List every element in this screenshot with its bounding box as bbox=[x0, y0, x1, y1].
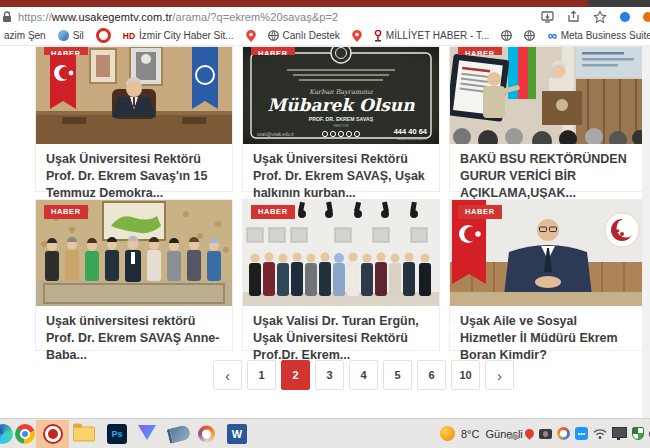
browser-frame-strip bbox=[0, 0, 650, 7]
bookmark-label: Sil bbox=[73, 30, 84, 41]
meta-infinity-icon: ∞ bbox=[547, 31, 556, 41]
photoshop-icon[interactable]: Ps bbox=[107, 424, 127, 444]
camera-tray-icon[interactable] bbox=[539, 429, 552, 439]
pagination-page-button-active[interactable]: 2 bbox=[281, 360, 310, 390]
card-title[interactable]: Uşak Üniversitesi Rektörü Prof. Dr. Ekre… bbox=[243, 144, 439, 202]
extension-orange-icon[interactable] bbox=[643, 12, 650, 22]
card-image[interactable]: HABER bbox=[243, 200, 439, 306]
conference-illustration bbox=[450, 47, 646, 144]
news-card[interactable]: HABER Uşak Valisi Dr. Turan Ergün, Uşak … bbox=[242, 199, 440, 351]
bayram-greeting-illustration: Kurban Bayramınız Mübarek Olsun PROF. DR… bbox=[243, 47, 439, 144]
pagination-page-button[interactable]: 6 bbox=[417, 360, 446, 390]
bookmark-item[interactable]: ∞Meta Business Suite bbox=[547, 30, 650, 41]
globe-icon bbox=[268, 30, 279, 41]
pagination-next-button[interactable]: › bbox=[485, 360, 514, 390]
extension-blue-icon[interactable] bbox=[620, 12, 630, 22]
word-icon[interactable]: W bbox=[227, 424, 247, 444]
display-icon[interactable] bbox=[612, 427, 627, 440]
sun-icon bbox=[440, 426, 455, 441]
card-title[interactable]: Uşak Valisi Dr. Turan Ergün, Uşak Üniver… bbox=[243, 306, 439, 364]
wifi-icon[interactable] bbox=[593, 425, 607, 443]
chrome-icon[interactable] bbox=[15, 424, 35, 444]
news-card[interactable]: HABER Uşak Aile ve Sosyal Hizmetler İl M… bbox=[449, 199, 647, 351]
send-to-device-icon[interactable] bbox=[541, 10, 554, 23]
pagination-page-button[interactable]: 4 bbox=[349, 360, 378, 390]
messenger-icon[interactable]: ••• bbox=[575, 427, 588, 440]
bookmark-label: İzmir City Haber Sit... bbox=[139, 30, 233, 41]
scrollbar[interactable] bbox=[642, 46, 650, 418]
news-card[interactable]: HABER Uşak Üniversitesi Rektörü Prof. Dr… bbox=[35, 46, 233, 192]
bookmark-item[interactable]: Canlı Destek bbox=[268, 30, 340, 41]
bookmark-label: azim Şen bbox=[4, 30, 46, 41]
pagination-page-button[interactable]: 5 bbox=[383, 360, 412, 390]
map-pin-icon bbox=[352, 30, 362, 42]
card-image[interactable]: HABER bbox=[36, 200, 232, 306]
weather-temp: 8°C bbox=[461, 428, 479, 440]
bookmark-item[interactable]: azim Şen bbox=[4, 30, 46, 41]
category-badge: HABER bbox=[44, 47, 88, 55]
news-card[interactable]: Kurban Bayramınız Mübarek Olsun PROF. DR… bbox=[242, 46, 440, 192]
opera-ring-icon bbox=[96, 28, 111, 43]
milliyet-favicon bbox=[374, 30, 382, 42]
hd-favicon: HD bbox=[123, 31, 135, 41]
pagination-page-button[interactable]: 10 bbox=[451, 360, 480, 390]
svg-text:usak@usak.edu.tr: usak@usak.edu.tr bbox=[257, 132, 295, 137]
onedrive-icon[interactable]: ☁ bbox=[506, 427, 520, 441]
bookmarks-bar: azim Şen Sil HDİzmir City Haber Sit... C… bbox=[0, 26, 650, 46]
defender-icon[interactable] bbox=[632, 427, 644, 440]
bookmark-item[interactable]: Sil bbox=[58, 30, 84, 41]
card-title[interactable]: Uşak Üniversitesi Rektörü Prof. Dr. Ekre… bbox=[36, 144, 232, 202]
card-title[interactable]: BAKÜ BSU REKTÖRÜNDEN GURUR VERİCİ BİR AÇ… bbox=[450, 144, 646, 202]
address-bar[interactable]: https://www.usakegemtv.com.tr/arama/?q=e… bbox=[0, 7, 650, 26]
card-image[interactable]: HABER bbox=[36, 47, 232, 144]
bookmark-item[interactable]: HDİzmir City Haber Sit... bbox=[123, 30, 234, 41]
swirl-tray-icon[interactable] bbox=[557, 427, 570, 440]
rector-office-illustration bbox=[36, 47, 232, 144]
bookmark-item[interactable]: MİLLİYET HABER - T... bbox=[374, 30, 490, 42]
pagination-page-button[interactable]: 3 bbox=[315, 360, 344, 390]
card-title[interactable]: Uşak üniversitesi rektörü Prof. Dr. Ekre… bbox=[36, 306, 232, 364]
category-badge: HABER bbox=[251, 47, 295, 55]
category-badge: HABER bbox=[458, 47, 502, 55]
bookmark-item[interactable] bbox=[352, 30, 362, 42]
active-app-highlight[interactable] bbox=[36, 420, 69, 448]
globe-icon bbox=[524, 30, 535, 41]
bookmark-item[interactable] bbox=[524, 30, 535, 41]
bookmark-star-icon[interactable] bbox=[593, 10, 607, 24]
card-image[interactable]: Kurban Bayramınız Mübarek Olsun PROF. DR… bbox=[243, 47, 439, 144]
pin-tray-icon[interactable] bbox=[525, 429, 534, 438]
news-card[interactable]: HABER BAKÜ BSU REKTÖRÜNDEN GURUR VERİCİ … bbox=[449, 46, 647, 192]
pagination-page-button[interactable]: 1 bbox=[247, 360, 276, 390]
bookmark-label: Meta Business Suite bbox=[561, 30, 650, 41]
notebook-app-icon[interactable] bbox=[168, 426, 190, 441]
bookmark-item[interactable] bbox=[246, 30, 256, 42]
pagination-prev-button[interactable]: ‹ bbox=[213, 360, 242, 390]
card-image[interactable]: HABER bbox=[450, 47, 646, 144]
search-results-page: HABER Uşak Üniversitesi Rektörü Prof. Dr… bbox=[0, 46, 650, 418]
browser-ring-icon[interactable] bbox=[198, 425, 215, 442]
svg-text:PROF. DR. EKREM SAVAŞ: PROF. DR. EKREM SAVAŞ bbox=[309, 116, 374, 122]
svg-text:REKTÖR: REKTÖR bbox=[334, 124, 349, 128]
news-card[interactable]: HABER Uşak üniversitesi rektörü Prof. Dr… bbox=[35, 199, 233, 351]
lock-icon bbox=[2, 11, 12, 23]
card-image[interactable]: HABER bbox=[450, 200, 646, 306]
triangle-app-icon[interactable] bbox=[137, 423, 157, 445]
browser-tab-fragment[interactable] bbox=[588, 0, 650, 7]
bookmark-item[interactable] bbox=[501, 30, 512, 41]
category-badge: HABER bbox=[458, 205, 502, 219]
active-browser-icon bbox=[43, 424, 63, 444]
system-tray: ☁ ••• bbox=[506, 419, 650, 448]
share-icon[interactable] bbox=[567, 10, 580, 23]
file-explorer-icon[interactable] bbox=[73, 426, 95, 441]
bookmark-item[interactable] bbox=[96, 28, 111, 43]
svg-text:Mübarek Olsun: Mübarek Olsun bbox=[267, 95, 415, 115]
svg-text:www.usak.edu.tr: www.usak.edu.tr bbox=[398, 136, 428, 141]
bookmark-label: MİLLİYET HABER - T... bbox=[386, 30, 490, 41]
address-bar-actions bbox=[541, 7, 646, 26]
svg-text:444 40 64: 444 40 64 bbox=[394, 127, 428, 136]
bookmark-label: Canlı Destek bbox=[283, 30, 340, 41]
card-title[interactable]: Uşak Aile ve Sosyal Hizmetler İl Müdürü … bbox=[450, 306, 646, 364]
pagination: ‹ 1 2 3 4 5 6 10 › bbox=[213, 360, 514, 390]
edge-icon[interactable] bbox=[0, 424, 13, 444]
url-text[interactable]: https://www.usakegemtv.com.tr/arama/?q=e… bbox=[18, 11, 338, 23]
